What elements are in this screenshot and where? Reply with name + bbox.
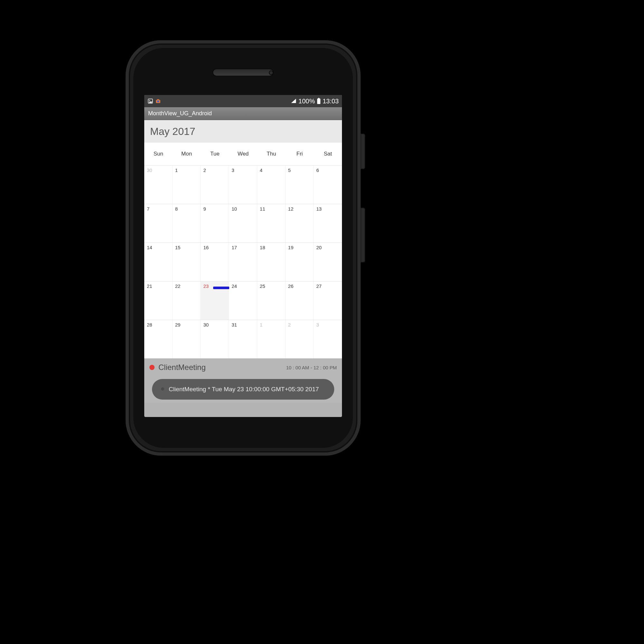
weekday-label: Fri [286,151,314,157]
day-number: 28 [147,322,152,327]
day-number: 12 [288,206,294,212]
day-number: 30 [147,167,152,173]
weekday-label: Thu [257,151,286,157]
day-cell[interactable]: 18 [257,243,286,281]
day-cell[interactable]: 22 [173,281,201,320]
week-row: 28293031123 [144,320,342,358]
toast-text: ClientMeeting * Tue May 23 10:00:00 GMT+… [169,385,319,394]
day-cell[interactable]: 25 [257,281,286,320]
day-cell[interactable]: 8 [173,204,201,242]
day-number: 11 [260,206,265,212]
day-cell[interactable]: 30 [201,320,229,358]
day-cell[interactable]: 6 [314,166,342,204]
weekday-label: Tue [201,151,229,157]
day-cell[interactable]: 9 [201,204,229,242]
day-cell[interactable]: 19 [286,243,314,281]
day-number: 20 [316,245,322,250]
day-number: 3 [316,322,319,327]
svg-rect-4 [157,99,159,100]
day-cell[interactable]: 16 [201,243,229,281]
day-cell[interactable]: 17 [229,243,257,281]
day-cell[interactable]: 26 [286,281,314,320]
day-cell[interactable]: 1 [257,320,286,358]
calendar: SunMonTueWedThuFriSat 301234567891011121… [144,143,342,358]
clock: 13:03 [323,98,339,105]
toast: ClientMeeting * Tue May 23 10:00:00 GMT+… [152,379,334,400]
svg-point-3 [157,100,159,102]
phone-speaker [213,69,274,76]
app-title: MonthView_UG_Android [148,110,212,117]
weekday-label: Sat [314,151,342,157]
battery-percent: 100% [298,98,315,105]
phone-side-button-1 [361,134,365,169]
event-indicator [213,287,229,289]
day-cell[interactable]: 4 [257,166,286,204]
day-cell[interactable]: 7 [144,204,173,242]
camera-app-icon [155,98,161,104]
day-cell[interactable]: 1 [173,166,201,204]
signal-icon [290,98,297,104]
day-cell[interactable]: 2 [286,320,314,358]
day-number: 1 [175,167,178,173]
day-number: 14 [147,245,152,250]
day-cell[interactable]: 13 [314,204,342,242]
day-number: 24 [232,283,237,289]
day-cell[interactable]: 5 [286,166,314,204]
day-cell[interactable]: 27 [314,281,342,320]
day-cell[interactable]: 24 [229,281,257,320]
day-number: 15 [175,245,181,250]
day-number: 5 [288,167,291,173]
day-cell[interactable]: 11 [257,204,286,242]
week-row: 14151617181920 [144,242,342,281]
day-cell[interactable]: 28 [144,320,173,358]
month-header: May 2017 [144,120,342,143]
weekday-label: Mon [173,151,201,157]
day-number: 30 [203,322,209,327]
agenda-panel: ClientMeeting 10 : 00 AM - 12 : 00 PM Cl… [144,358,342,403]
image-icon [147,98,153,104]
battery-icon [317,98,321,104]
day-number: 27 [316,283,322,289]
weekday-header: SunMonTueWedThuFriSat [144,143,342,165]
day-number: 3 [232,167,234,173]
status-bar: 100% 13:03 [144,95,342,107]
day-number: 29 [175,322,181,327]
day-number: 26 [288,283,294,289]
month-label: May 2017 [150,126,195,137]
weekday-label: Wed [229,151,257,157]
day-number: 6 [316,167,319,173]
svg-rect-6 [318,98,319,99]
day-cell[interactable]: 12 [286,204,314,242]
event-color-dot [149,365,155,370]
agenda-item[interactable]: ClientMeeting 10 : 00 AM - 12 : 00 PM [149,363,337,372]
day-number: 17 [232,245,237,250]
day-cell[interactable]: 10 [229,204,257,242]
day-cell[interactable]: 30 [144,166,173,204]
day-cell[interactable]: 15 [173,243,201,281]
month-grid[interactable]: 3012345678910111213141516171819202122232… [144,165,342,358]
day-number: 16 [203,245,209,250]
day-cell[interactable]: 14 [144,243,173,281]
day-number: 23 [203,283,209,289]
agenda-title: ClientMeeting [158,363,282,372]
day-number: 4 [260,167,262,173]
day-cell[interactable]: 3 [314,320,342,358]
day-cell[interactable]: 31 [229,320,257,358]
weekday-label: Sun [144,151,173,157]
day-number: 10 [232,206,237,212]
day-number: 1 [260,322,262,327]
day-number: 13 [316,206,322,212]
day-cell[interactable]: 21 [144,281,173,320]
day-number: 21 [147,283,152,289]
day-cell[interactable]: 20 [314,243,342,281]
screen: 100% 13:03 MonthView_UG_Android May 2017… [144,95,342,417]
day-cell[interactable]: 2 [201,166,229,204]
day-cell[interactable]: 23 [201,281,229,320]
day-cell[interactable]: 3 [229,166,257,204]
day-number: 19 [288,245,294,250]
day-number: 18 [260,245,265,250]
day-cell[interactable]: 29 [173,320,201,358]
day-number: 2 [203,167,206,173]
agenda-time: 10 : 00 AM - 12 : 00 PM [286,365,337,370]
day-number: 7 [147,206,149,212]
